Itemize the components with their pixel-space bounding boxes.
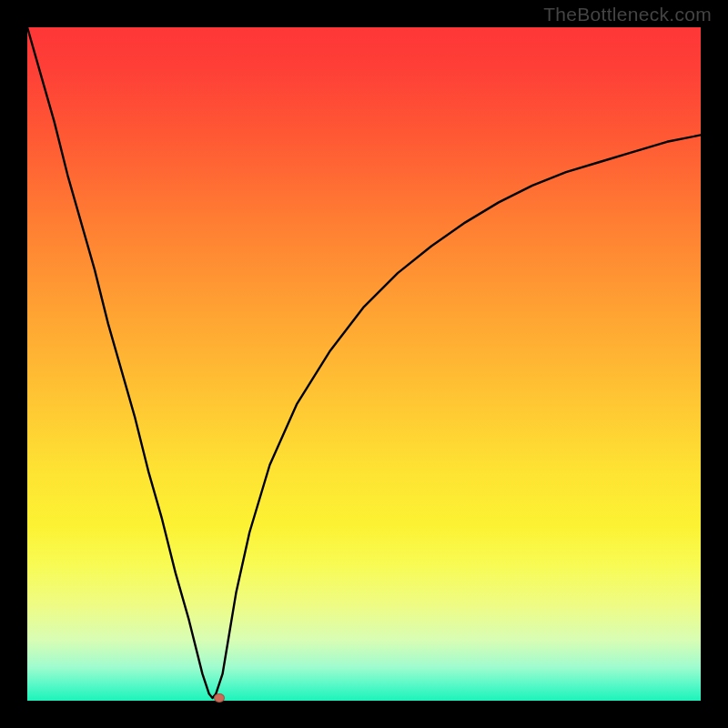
watermark-text: TheBottleneck.com <box>543 4 712 25</box>
plot-area <box>27 27 701 701</box>
chart-curve <box>27 27 701 701</box>
vertex-marker <box>214 693 225 703</box>
chart-frame: TheBottleneck.com <box>0 0 728 728</box>
